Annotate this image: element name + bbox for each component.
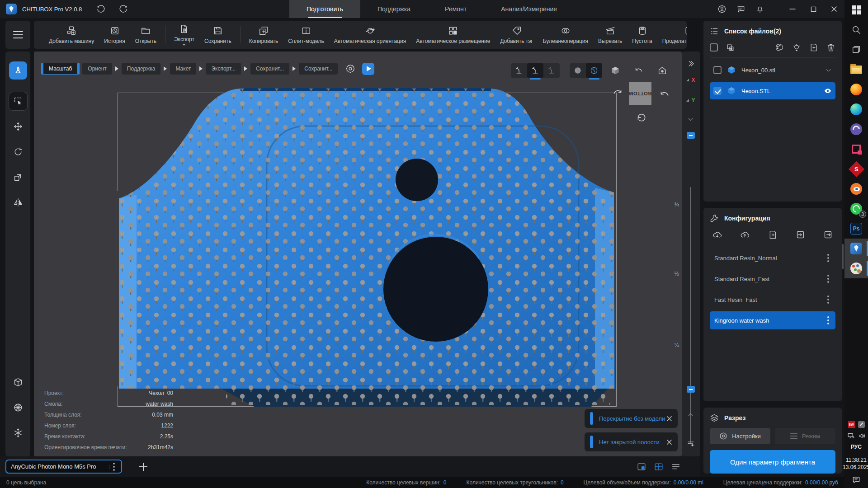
file-checkbox[interactable] [713,87,722,95]
support-light-top-button[interactable] [527,63,543,78]
cloud-download-icon[interactable] [712,230,722,239]
workflow-step-save2[interactable]: Сохранит... [299,63,338,75]
viewport-3d[interactable]: Масштаб Ориент Поддержка Макет Экспорт..… [34,52,682,456]
toast-overlap-warning[interactable]: Перекрытие без модели [584,408,678,428]
close-icon[interactable] [666,416,672,422]
photoshop-button[interactable]: Ps [844,219,868,239]
perspective-button[interactable] [608,63,623,78]
chevron-down-icon[interactable] [825,67,832,74]
rotate-reset-arrow-icon[interactable] [635,111,647,123]
workflow-step-scale[interactable]: Масштаб [42,63,79,75]
quick-print-button[interactable] [9,61,27,80]
profile-kingroon-water-wash[interactable]: Kingroon water wash [710,311,835,329]
lattice-tool[interactable] [9,399,27,417]
slice-mode-button[interactable]: Режим [775,428,835,444]
pink-app-button[interactable] [844,139,868,159]
edge-button[interactable] [844,99,868,119]
file-row-chehol[interactable]: Чехол.STL [710,82,835,99]
language-indicator[interactable]: РУС [851,444,862,450]
auto-orientation-button[interactable]: Автоматическая ориентация [329,21,411,49]
cut-button[interactable]: Вырезать [593,21,627,49]
group-icon[interactable] [726,43,735,52]
solidworks-tray-icon[interactable]: SW [848,421,855,428]
slice-slider-lower-handle[interactable] [687,386,695,393]
cloud-upload-icon[interactable] [740,230,750,239]
support-light-all-button[interactable] [511,63,527,78]
account-button[interactable] [712,0,731,18]
chat-button[interactable] [731,0,750,18]
pen-tray-icon[interactable] [858,421,865,428]
model-3d[interactable] [118,83,617,413]
palette-app-button[interactable] [844,258,868,278]
profile-menu-icon[interactable] [827,299,829,300]
slice-slider-track[interactable] [690,187,691,443]
tab-analyze[interactable]: Анализ/Измерение [484,0,574,18]
solid-sphere-button[interactable] [570,63,586,78]
panel-scrollbar[interactable] [842,244,844,269]
file-explorer-button[interactable] [844,60,868,80]
rotate-right-arrow-icon[interactable] [659,89,670,100]
single-parameter-button[interactable]: Один параметр фрагмента [710,450,835,474]
add-file-icon[interactable] [809,43,818,52]
layer-jump-button[interactable] [682,439,700,447]
rotate-tool[interactable] [9,143,27,161]
tab-prepare[interactable]: Подготовить [289,0,360,18]
select-tool[interactable] [9,92,27,110]
toast-cavity-warning[interactable]: Нет закрытой полости [584,432,678,452]
network-icon[interactable] [847,432,855,440]
platform-view-tool[interactable] [9,373,27,391]
view-undo-button[interactable] [632,63,646,78]
volume-icon[interactable] [858,432,866,440]
add-tag-button[interactable]: Добавить тэг [495,21,538,49]
flip-y-button[interactable]: Y [682,97,700,103]
export-button[interactable]: Экспорт [169,21,199,49]
file-checkbox[interactable] [713,66,722,74]
profile-menu-icon[interactable] [827,257,829,259]
scale-tool[interactable] [9,168,27,186]
new-profile-icon[interactable] [768,230,778,239]
action-center-icon[interactable] [852,475,861,484]
auto-placement-button[interactable]: Автоматическое размещение [411,21,495,49]
substance-button[interactable]: S [844,159,868,179]
copy-button[interactable]: Копировать [244,21,283,49]
profile-menu-icon[interactable] [827,319,829,321]
dig-hole-button[interactable]: Проделать отверстие [657,21,687,49]
slice-play-button[interactable] [362,63,374,75]
main-menu-button[interactable] [5,21,30,49]
printer-menu-button[interactable] [109,465,119,469]
task-view-button[interactable] [844,40,868,60]
workflow-step-support[interactable]: Поддержка [122,63,161,75]
workflow-step-orient[interactable]: Ориент [82,63,112,75]
tab-repair[interactable]: Ремонт [428,0,484,18]
blender-button[interactable] [844,179,868,199]
maximize-button[interactable] [803,0,824,18]
select-all-checkbox[interactable] [710,43,718,52]
grid-toggle-icon[interactable] [654,462,664,472]
workflow-step-export[interactable]: Экспорт... [206,63,241,75]
rotate-left-arrow-icon[interactable] [612,87,623,99]
firefox-button[interactable] [844,80,868,99]
search-button[interactable] [844,20,868,40]
slider-top-chevron[interactable] [682,116,700,123]
slider-bottom-chevron[interactable] [682,411,700,418]
tab-support[interactable]: Поддержка [360,0,428,18]
platform-toggle-icon[interactable] [637,462,646,472]
move-tool[interactable] [9,117,27,136]
eye-icon[interactable] [824,87,832,95]
workflow-step-layout[interactable]: Макет [170,63,196,75]
split-model-button[interactable]: Сплит-модель [283,21,329,49]
profile-menu-icon[interactable] [827,278,829,280]
support-light-off-button[interactable] [543,63,560,78]
workflow-step-save1[interactable]: Сохранит... [250,63,289,75]
transparent-sphere-button[interactable] [586,63,602,78]
list-toggle-icon[interactable] [671,462,681,472]
redo-icon[interactable] [119,5,128,14]
start-button[interactable] [844,0,868,20]
boolean-operation-button[interactable]: Булеанеоперация [538,21,593,49]
flip-x-button[interactable]: X [682,77,700,83]
history-button[interactable]: История [99,21,130,49]
undo-icon[interactable] [96,5,105,14]
home-view-button[interactable] [655,63,670,78]
profile-fast-resin-fast[interactable]: Fast Resin_Fast [710,291,835,309]
profile-standard-resin-fast[interactable]: Standard Resin_Fast [710,270,835,288]
